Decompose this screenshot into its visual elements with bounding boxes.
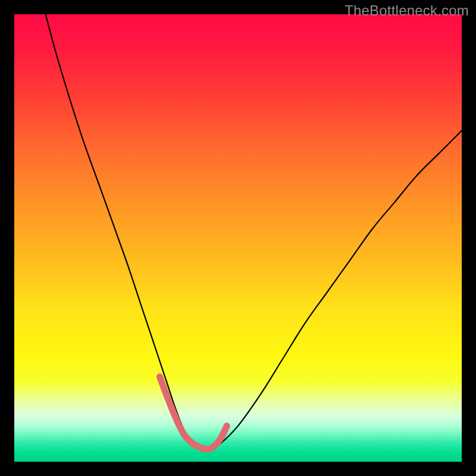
highlight-segment xyxy=(159,377,227,449)
main-curve xyxy=(46,14,462,449)
chart-stage: TheBottleneck.com xyxy=(0,0,476,476)
watermark-text: TheBottleneck.com xyxy=(345,2,469,19)
plot-area xyxy=(14,14,462,462)
curve-layer xyxy=(14,14,462,462)
